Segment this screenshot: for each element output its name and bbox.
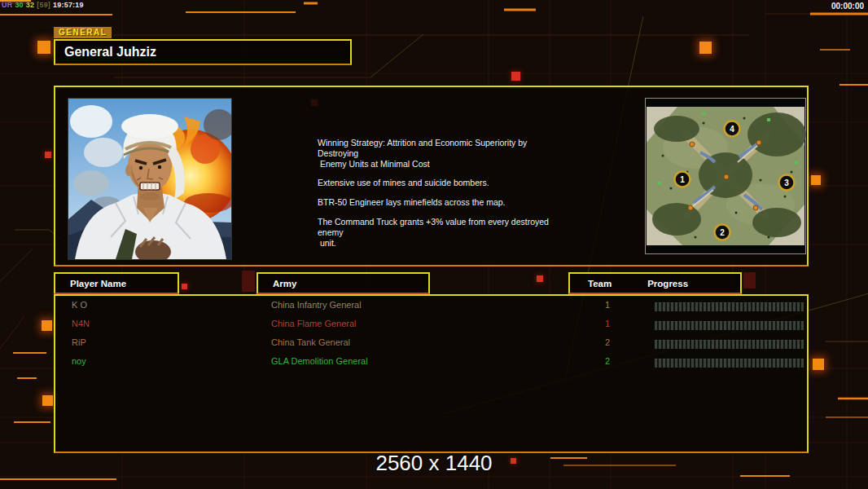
decor-block-maroon [743,272,756,289]
player-progress-bar [654,302,804,312]
player-team: 2 [598,356,617,366]
player-army: China Tank General [271,337,350,347]
player-progress-bar [654,339,804,350]
decor-square-red [182,284,187,289]
header-player-name-label: Player Name [70,279,126,289]
player-name: K O [72,300,87,310]
player-name: RiP [72,337,86,347]
player-army: China Infantry General [271,300,362,310]
strategy-text: Winning Strategy: Attrition and Economic… [318,138,568,257]
player-progress-bar [654,320,804,331]
decor-square-red [45,152,51,158]
resolution-caption: 2560 x 1440 [0,451,868,476]
map-badge-4: 4 [730,125,734,134]
general-name: General Juhziz [64,45,156,59]
decor-square-orange [699,42,712,54]
player-progress-bar [654,358,804,368]
decor-block-maroon [242,271,255,292]
overlay-stat2: 32 [26,1,34,9]
player-row: noy GLA Demolition General 2 [55,356,807,370]
player-name: N4N [72,319,90,328]
player-team: 2 [598,337,617,347]
decor-square-orange [42,320,52,331]
player-army: GLA Demolition General [271,356,368,366]
strategy-paragraph: Extensive use of mines and suicide bombe… [318,178,568,188]
performance-overlay: UR3032[59]19:57:19 [2,1,86,9]
map-badge-1: 1 [680,175,685,184]
general-info-panel: Winning Strategy: Attrition and Economic… [54,86,809,267]
overlay-stat1: 30 [15,1,23,9]
header-army-label: Army [273,279,296,289]
overlay-stat3: [59] [37,1,50,9]
strategy-paragraph: The Command Truck grants +3% value from … [318,217,568,248]
map-badge-3: 3 [784,178,789,187]
player-name: noy [72,356,86,366]
decor-square-red [511,72,520,81]
strategy-paragraph: Winning Strategy: Attrition and Economic… [318,138,568,169]
strategy-paragraph: BTR-50 Engineer lays minefields across t… [318,197,568,208]
general-portrait [68,98,232,260]
header-team-progress: Team Progress [568,272,742,294]
player-army: China Flame General [271,319,357,328]
overlay-time: 19:57:19 [53,1,84,9]
player-row: K O China Infantry General 1 [55,300,807,314]
player-team: 1 [598,300,617,310]
map-preview: 1 2 3 4 [645,98,806,254]
overlay-app-tag: UR [2,1,12,9]
match-clock: 00:00:00 [831,2,864,11]
player-row: RiP China Tank General 2 [55,337,807,351]
header-player-name: Player Name [54,272,179,294]
decor-square-orange [42,395,53,406]
header-team-label: Team [588,279,612,289]
decor-square-orange [813,359,824,370]
loading-screen: UR3032[59]19:57:19 00:00:00 GENERAL Gene… [0,0,868,489]
decor-square-red [537,275,543,282]
player-list-panel: K O China Infantry General 1 N4N China F… [54,294,809,453]
map-badge-2: 2 [720,228,725,237]
decor-square-orange [811,175,821,185]
general-tab-label: GENERAL [54,27,112,38]
header-army: Army [256,272,430,294]
player-row: N4N China Flame General 1 [55,319,807,333]
general-name-box: General Juhziz [54,39,352,65]
header-progress-label: Progress [647,279,688,289]
decor-square-orange [37,41,50,54]
player-team: 1 [598,319,617,328]
